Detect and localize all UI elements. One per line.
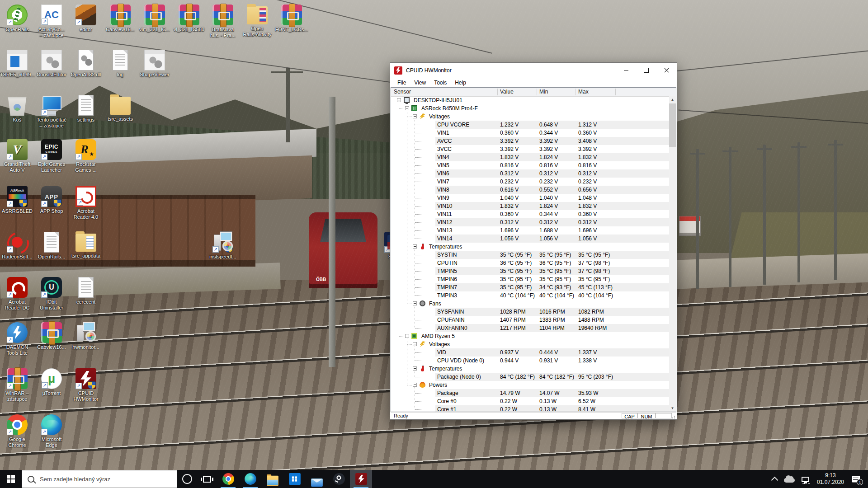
cortana-button[interactable] <box>177 470 197 488</box>
desktop-icon-tsre-assets[interactable]: tsre_assets <box>103 95 137 122</box>
start-button[interactable] <box>0 470 22 488</box>
taskbar-app-explorer[interactable] <box>261 470 283 488</box>
desktop-icon-log[interactable]: log <box>103 50 137 78</box>
sensor-row-package[interactable]: Package14.79 W14.07 W35.93 W <box>391 389 669 397</box>
sensor-row-vid[interactable]: VID0.937 V0.444 V1.337 V <box>391 348 669 357</box>
scroll-down-icon[interactable]: ▼ <box>669 405 676 412</box>
desktop-icon-openrails[interactable]: OpenRails <box>0 5 34 33</box>
menu-file[interactable]: File <box>393 78 410 87</box>
sensor-row-cpu-vdd-node-0[interactable]: CPU VDD (Node 0)0.944 V0.931 V1.338 V <box>391 357 669 365</box>
sensor-row-desktop-ih5ju01[interactable]: DESKTOP-IH5JU01 <box>391 96 669 104</box>
sensor-row-vin7[interactable]: VIN70.232 V0.232 V0.232 V <box>391 178 669 186</box>
sensor-row-fans[interactable]: Fans <box>391 300 669 308</box>
sensor-row-vin10[interactable]: VIN101.832 V1.824 V1.832 V <box>391 202 669 210</box>
sensor-row-voltages[interactable]: Voltages <box>391 113 669 121</box>
task-view-button[interactable] <box>197 470 217 488</box>
desktop-icon-open-rails-aktivity[interactable]: OpenRails-Aktivity <box>240 5 274 38</box>
sensor-row-voltages[interactable]: Voltages <box>391 340 669 348</box>
desktop-icon-cerecent[interactable]: cerecent <box>69 277 103 305</box>
onedrive-icon[interactable] <box>784 478 795 483</box>
desktop-icon-instspeedf[interactable]: instspeedf... <box>206 232 240 260</box>
desktop-icon-kos[interactable]: Koš <box>0 95 34 123</box>
sensor-row-vin4[interactable]: VIN41.832 V1.824 V1.832 V <box>391 153 669 161</box>
desktop-icon-asrrgbled[interactable]: ASRRGBLED <box>0 186 34 214</box>
sensor-row-amd-ryzen-5[interactable]: AMD Ryzen 5 <box>391 332 669 340</box>
sensor-row-cpufanin[interactable]: CPUFANIN1407 RPM1383 RPM1488 RPM <box>391 316 669 324</box>
sensor-row-vin12[interactable]: VIN120.312 V0.312 V0.312 V <box>391 218 669 226</box>
resize-grip[interactable] <box>672 414 676 418</box>
desktop-icon-daemon-tools-lite[interactable]: DAEMONTools Lite <box>0 322 34 356</box>
desktop-icon-openrails-doc[interactable]: OpenRails... <box>34 232 69 260</box>
sensor-row-core-1[interactable]: Core #10.22 W0.13 W8.41 W <box>391 405 669 412</box>
vertical-scrollbar[interactable]: ▲ ▼ <box>669 96 676 412</box>
minimize-button[interactable] <box>616 63 636 78</box>
menu-help[interactable]: Help <box>451 78 470 87</box>
desktop-icon-winrar-zastupce[interactable]: WinRAR –zástupce <box>0 368 34 402</box>
tree-expand-box[interactable] <box>413 301 417 305</box>
column-header-max[interactable]: Max <box>578 88 589 96</box>
sensor-row-vin8[interactable]: VIN80.616 V0.552 V0.656 V <box>391 186 669 194</box>
desktop-icon-tsre5-v069[interactable]: TSRE5_v0.69... <box>0 50 34 78</box>
tree-expand-box[interactable] <box>413 244 417 249</box>
scrollbar-thumb[interactable] <box>669 103 676 147</box>
desktop-icon-editor[interactable]: editor <box>69 5 103 33</box>
sensor-row-core-0[interactable]: Core #00.22 W0.13 W6.52 W <box>391 397 669 405</box>
sensor-row-vin11[interactable]: VIN110.360 V0.344 V0.360 V <box>391 210 669 218</box>
tree-expand-box[interactable] <box>413 383 417 387</box>
sensor-row-vin13[interactable]: VIN131.696 V1.688 V1.696 V <box>391 226 669 235</box>
taskbar-app-hwmonitor[interactable] <box>350 470 372 488</box>
taskbar-clock[interactable]: 9:13 01.07.2020 <box>816 472 845 486</box>
tree-expand-box[interactable] <box>397 98 401 102</box>
desktop-icon-consisteditor[interactable]: ConsistEditor <box>34 50 69 78</box>
desktop-icon-vl-321-ic580[interactable]: vl_321_IC580 <box>172 5 206 33</box>
desktop-icon-grand-theft-auto-v[interactable]: Grand TheftAuto V <box>0 139 34 173</box>
sensor-row-avcc[interactable]: AVCC3.392 V3.392 V3.408 V <box>391 137 669 145</box>
tree-expand-box[interactable] <box>413 342 417 346</box>
sensor-row-tmpin7[interactable]: TMPIN735 °C (95 °F)34 °C (93 °F)45 °C (1… <box>391 283 669 291</box>
sensor-row-tmpin3[interactable]: TMPIN340 °C (104 °F)40 °C (104 °F)40 °C … <box>391 291 669 300</box>
desktop-icon-microsoft-edge[interactable]: MicrosoftEdge <box>34 414 69 448</box>
desktop-icon-cpuid-hwmonitor[interactable]: CPUIDHWMonitor <box>69 368 103 402</box>
tree-expand-box[interactable] <box>405 106 409 110</box>
desktop-icon-radeonsoft[interactable]: RadeonSoft... <box>0 232 34 260</box>
taskbar-app-store[interactable] <box>283 470 306 488</box>
tree-expand-box[interactable] <box>413 114 417 118</box>
menu-view[interactable]: View <box>410 78 430 87</box>
sensor-row-auxfanin0[interactable]: AUXFANIN01217 RPM1104 RPM19640 RPM <box>391 324 669 332</box>
sensor-row-vin1[interactable]: VIN10.360 V0.344 V0.360 V <box>391 129 669 137</box>
tree-expand-box[interactable] <box>405 334 409 338</box>
desktop-icon-bratislava-hls-pra[interactable]: Bratislavahl.s. - Pra... <box>206 5 240 38</box>
sensor-row-temperatures[interactable]: Temperatures <box>391 243 669 251</box>
desktop-icon-settings[interactable]: settings <box>69 95 103 123</box>
taskbar-app-chrome[interactable] <box>217 470 239 488</box>
taskbar-search[interactable] <box>22 470 177 488</box>
desktop-icon-app-shop[interactable]: APP Shop <box>34 186 69 214</box>
desktop-icon-shapeviewer[interactable]: ShapeViewer <box>137 50 172 78</box>
column-header-sensor[interactable]: Sensor <box>394 88 411 96</box>
desktop-icon-hwmonitor-installer[interactable]: hwmonitor... <box>69 322 103 350</box>
desktop-icon-acrobat-reader-dc[interactable]: AcrobatReader DC <box>0 277 34 311</box>
sensor-row-tmpin6[interactable]: TMPIN635 °C (95 °F)35 °C (95 °F)35 °C (9… <box>391 275 669 283</box>
desktop-icon-utorrent[interactable]: µTorrent <box>34 368 69 396</box>
desktop-icon-font-lcds[interactable]: FONT_LCDs... <box>274 5 309 33</box>
desktop-icon-tento-pocitac-zastupce[interactable]: Tento počítač– zástupce <box>34 95 69 129</box>
sensor-row-sysfanin[interactable]: SYSFANIN1028 RPM1016 RPM1082 RPM <box>391 308 669 316</box>
desktop-icon-openal32-dll[interactable]: OpenAL32.dll <box>69 50 103 78</box>
scroll-up-icon[interactable]: ▲ <box>669 96 676 103</box>
sensor-row-vin9[interactable]: VIN91.040 V1.040 V1.048 V <box>391 194 669 202</box>
menu-tools[interactable]: Tools <box>430 78 451 87</box>
taskbar-app-steam[interactable] <box>328 470 350 488</box>
action-center-button[interactable]: 1 <box>852 476 860 483</box>
taskbar-app-edge[interactable] <box>239 470 261 488</box>
hidden-icons-chevron-icon[interactable] <box>771 476 778 483</box>
column-header-min[interactable]: Min <box>539 88 548 96</box>
desktop-icon-vlm-321-ic[interactable]: vlm_321_IC... <box>137 5 172 33</box>
sensor-row-vin14[interactable]: VIN141.056 V1.056 V1.056 V <box>391 235 669 243</box>
sensor-row-cpu-vcore[interactable]: CPU VCORE1.232 V0.648 V1.312 V <box>391 121 669 129</box>
desktop-icon-google-chrome[interactable]: GoogleChrome <box>0 414 34 448</box>
column-header-value[interactable]: Value <box>500 88 514 96</box>
tree-expand-box[interactable] <box>413 366 417 371</box>
desktop-icon-rockstar-games[interactable]: RockstarGames ... <box>69 139 103 173</box>
desktop-icon-cabview16-rar-2[interactable]: Cabview16... <box>34 322 69 350</box>
desktop-icon-activityco-zastupce[interactable]: ActivityCo...– zástupce <box>34 5 69 38</box>
